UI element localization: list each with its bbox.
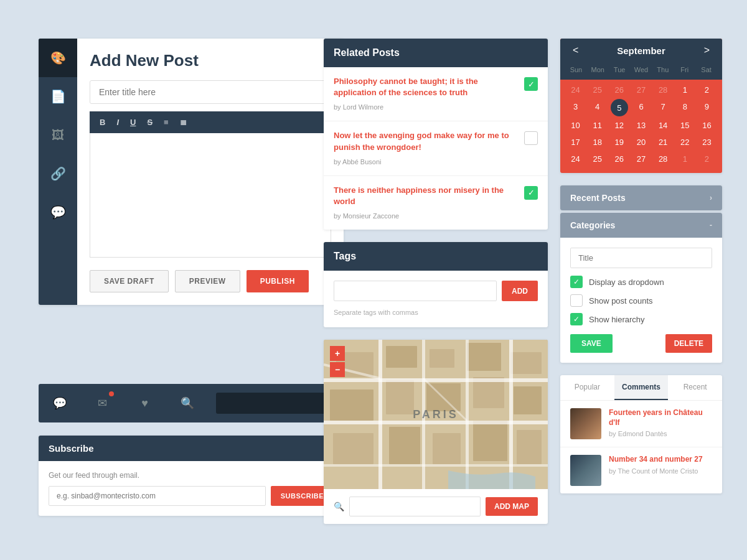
calendar-prev-button[interactable]: < [569,45,582,56]
cal-cell[interactable]: 1 [675,151,695,167]
category-delete-button[interactable]: DELETE [665,334,712,353]
italic-button[interactable]: I [114,116,121,128]
recent-posts-arrow: › [710,194,712,202]
categories-header[interactable]: Categories - [560,213,722,238]
sidebar-icon-palette[interactable]: 🎨 [39,39,77,77]
map-zoom-out-button[interactable]: − [330,362,345,377]
tab-recent[interactable]: Recent [668,375,722,400]
save-draft-button[interactable]: SAVE DRAFT [90,270,169,292]
cal-cell[interactable]: 18 [587,134,608,150]
category-title-input[interactable] [570,248,712,268]
tags-row: ADD [334,281,538,301]
add-map-button[interactable]: ADD MAP [486,497,538,516]
checkbox-dropdown-icon[interactable]: ✓ [570,276,583,288]
checkbox-hierarchy-icon[interactable]: ✓ [570,313,583,325]
cal-cell[interactable]: 4 [587,99,608,116]
cal-cell[interactable]: 28 [653,82,674,98]
subscribe-form: SUBSCRIBE [49,486,334,506]
cal-cell[interactable]: 25 [587,82,608,98]
cal-cell[interactable]: 19 [609,134,629,150]
tab-post-2-title[interactable]: Number 34 and number 27 [609,455,703,465]
cal-cell[interactable]: 12 [609,118,629,133]
cal-cell[interactable]: 20 [631,134,651,150]
cal-cell[interactable]: 22 [675,134,695,150]
cal-cell[interactable]: 23 [697,134,717,150]
strikethrough-button[interactable]: S [144,116,155,128]
svg-rect-19 [378,340,382,489]
cal-cell[interactable]: 25 [587,151,608,167]
tags-input[interactable] [334,281,497,301]
cal-cell[interactable]: 24 [565,82,586,98]
post-content-area[interactable] [90,133,331,258]
subscribe-email-input[interactable] [49,486,266,506]
list-unordered-button[interactable]: ≡ [161,116,171,128]
calendar-next-button[interactable]: > [700,45,713,56]
cal-cell[interactable]: 26 [609,82,629,98]
related-post-3-title[interactable]: There is neither happiness nor misery in… [334,185,518,207]
preview-button[interactable]: PREVIEW [175,270,240,292]
related-post-3-author: by Monsieur Zaccone [334,212,399,220]
map-search-input[interactable] [349,497,481,516]
cal-cell[interactable]: 14 [653,118,674,133]
cal-cell[interactable]: 2 [697,82,717,98]
cal-cell[interactable]: 27 [631,151,651,167]
sidebar-icon-link[interactable]: 🔗 [39,154,77,193]
svg-rect-11 [333,433,374,464]
cal-cell[interactable]: 11 [587,118,608,133]
checkbox-counts-icon[interactable] [570,294,583,307]
sidebar-icon-document[interactable]: 📄 [39,77,77,116]
underline-button[interactable]: U [128,116,138,128]
calendar-card: < September > Sun Mon Tue Wed Thu Fri Sa… [560,39,722,173]
cal-cell[interactable]: 6 [631,99,651,116]
cal-cell[interactable]: 7 [653,99,674,116]
related-post-2-check[interactable] [524,131,538,145]
category-save-button[interactable]: SAVE [570,334,613,353]
related-post-2-content: Now let the avenging god make way for me… [334,130,518,166]
cal-cell[interactable]: 27 [631,82,651,98]
tab-comments[interactable]: Comments [614,375,669,400]
cal-cell[interactable]: 8 [675,99,695,116]
cal-cell[interactable]: 16 [697,118,717,133]
cal-cell[interactable]: 26 [609,151,629,167]
list-ordered-button[interactable]: ≣ [177,116,189,128]
cal-cell[interactable]: 17 [565,134,586,150]
cal-cell[interactable]: 21 [653,134,674,150]
cal-cell[interactable]: 13 [631,118,651,133]
cal-cell[interactable]: 2 [697,151,717,167]
map-zoom-in-button[interactable]: + [330,346,345,361]
calendar-day-names: Sun Mon Tue Wed Thu Fri Sat [560,62,722,80]
notif-heart-button[interactable]: ♥ [124,384,166,422]
svg-rect-6 [330,390,374,421]
cal-cell[interactable]: 15 [675,118,695,133]
editor-main: Add New Post B I U S ≡ ≣ SAVE DRAFT PREV… [77,39,344,305]
post-title-input[interactable] [90,80,331,104]
recent-posts-header[interactable]: Recent Posts › [560,185,722,210]
search-icon: 🔍 [181,396,194,410]
related-post-1-title[interactable]: Philosophy cannot be taught; it is the a… [334,76,518,98]
subscribe-header: Subscribe [39,436,344,461]
add-tag-button[interactable]: ADD [502,281,538,301]
checkbox-dropdown-label: Display as dropdown [589,278,664,287]
cal-cell[interactable]: 3 [565,99,586,116]
related-post-1-check[interactable]: ✓ [524,77,538,91]
tab-post-1-title[interactable]: Fourteen years in Château d'If [609,408,712,427]
notif-comment-button[interactable]: 💬 [39,384,81,422]
sidebar-icon-comment[interactable]: 💬 [39,193,77,231]
related-post-3-check[interactable]: ✓ [524,186,538,200]
tab-popular[interactable]: Popular [560,375,614,400]
cal-cell[interactable]: 1 [675,82,695,98]
cal-cell[interactable]: 9 [697,99,717,116]
cal-cell[interactable]: 24 [565,151,586,167]
notif-search-input[interactable] [216,393,336,414]
cal-cell[interactable]: 10 [565,118,586,133]
related-post-2-title[interactable]: Now let the avenging god make way for me… [334,130,518,152]
publish-button[interactable]: PUBLISH [247,270,309,292]
sidebar-icon-image[interactable]: 🖼 [39,116,77,154]
bold-button[interactable]: B [97,116,108,128]
map-placeholder: PARIS + − [324,340,548,489]
related-post-1: Philosophy cannot be taught; it is the a… [324,67,548,121]
cal-cell[interactable]: 28 [653,151,674,167]
svg-rect-5 [510,352,542,374]
cal-cell-today[interactable]: 5 [611,99,628,116]
notif-mail-button[interactable]: ✉ [81,384,123,422]
